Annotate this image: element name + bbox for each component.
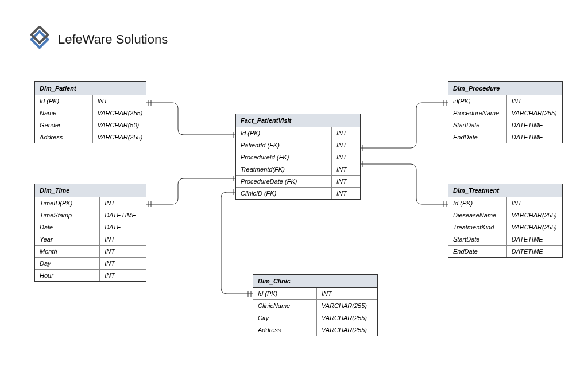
column-name: Month (35, 246, 100, 258)
column-name: TimeStamp (35, 209, 100, 221)
column-type: INT (331, 127, 360, 139)
column-type: VARCHAR(255) (506, 221, 562, 233)
column-name: TimeID(PK) (35, 197, 100, 209)
column-type: INT (331, 163, 360, 176)
column-type: VARCHAR(255) (92, 107, 147, 119)
column-name: Name (35, 107, 92, 119)
column-name: Treatmentd(FK) (236, 163, 331, 176)
table-row: NameVARCHAR(255) (35, 107, 147, 119)
table-title: Fact_PatientVisit (236, 114, 360, 127)
table-row: TimeStampDATETIME (35, 209, 146, 221)
table-dim-procedure: Dim_Procedure id(PK)INTProcedureNameVARC… (448, 81, 563, 143)
column-type: DATETIME (506, 233, 562, 246)
table-row: PatientId (FK)INT (236, 139, 360, 151)
table-title: Dim_Clinic (253, 275, 377, 288)
column-type: DATETIME (506, 246, 562, 258)
table-row: AddressVARCHAR(255) (253, 324, 377, 336)
column-name: Gender (35, 119, 92, 131)
table-row: AddressVARCHAR(255) (35, 131, 147, 143)
table-row: TimeID(PK)INT (35, 197, 146, 209)
column-type: VARCHAR(50) (92, 119, 147, 131)
table-row: Id (PK)INT (236, 127, 360, 139)
column-name: TreatmentKind (448, 221, 506, 233)
column-type: VARCHAR(255) (506, 107, 562, 119)
column-name: EndDate (448, 131, 506, 143)
table-row: EndDateDATETIME (448, 246, 562, 258)
column-type: INT (506, 95, 562, 107)
column-name: Day (35, 258, 100, 270)
column-name: StartDate (448, 233, 506, 246)
column-name: ProcedureDate (FK) (236, 176, 331, 188)
table-row: CityVARCHAR(255) (253, 312, 377, 324)
table-body: id(PK)INTProcedureNameVARCHAR(255)StartD… (448, 95, 562, 143)
table-row: Id (PK)INT (253, 288, 377, 300)
column-type: INT (100, 246, 146, 258)
table-row: Treatmentd(FK)INT (236, 163, 360, 176)
table-row: TreatmentKindVARCHAR(255) (448, 221, 562, 233)
table-body: Id (PK)INTNameVARCHAR(255)GenderVARCHAR(… (35, 95, 147, 143)
table-body: Id (PK)INTDieseaseNameVARCHAR(255)Treatm… (448, 197, 562, 257)
column-type: INT (331, 151, 360, 163)
column-type: INT (100, 197, 146, 209)
table-row: Id (PK)INT (448, 197, 562, 209)
column-type: INT (331, 188, 360, 200)
table-title: Dim_Patient (35, 82, 146, 95)
column-name: StartDate (448, 119, 506, 131)
column-name: PatientId (FK) (236, 139, 331, 151)
column-name: Date (35, 221, 100, 233)
column-type: VARCHAR(255) (317, 312, 377, 324)
table-row: StartDateDATETIME (448, 233, 562, 246)
column-name: Id (PK) (236, 127, 331, 139)
table-dim-treatment: Dim_Treatment Id (PK)INTDieseaseNameVARC… (448, 184, 563, 258)
table-row: Id (PK)INT (35, 95, 147, 107)
column-name: ClinicID (FK) (236, 188, 331, 200)
column-type: INT (331, 176, 360, 188)
column-name: Address (253, 324, 317, 336)
table-body: Id (PK)INTClinicNameVARCHAR(255)CityVARC… (253, 288, 377, 336)
table-row: ClinicID (FK)INT (236, 188, 360, 200)
table-row: HourINT (35, 270, 146, 282)
column-name: Address (35, 131, 92, 143)
table-body: Id (PK)INTPatientId (FK)INTProcedureId (… (236, 127, 360, 199)
column-type: INT (317, 288, 377, 300)
column-type: VARCHAR(255) (317, 324, 377, 336)
column-type: INT (100, 233, 146, 246)
column-type: INT (100, 258, 146, 270)
column-name: Hour (35, 270, 100, 282)
table-row: ProcedureDate (FK)INT (236, 176, 360, 188)
column-type: VARCHAR(255) (317, 300, 377, 312)
table-dim-clinic: Dim_Clinic Id (PK)INTClinicNameVARCHAR(2… (253, 274, 378, 336)
table-body: TimeID(PK)INTTimeStampDATETIMEDateDATEYe… (35, 197, 146, 281)
column-name: ClinicName (253, 300, 317, 312)
column-type: VARCHAR(255) (92, 131, 147, 143)
column-name: Id (PK) (35, 95, 92, 107)
table-row: ClinicNameVARCHAR(255) (253, 300, 377, 312)
column-name: Id (PK) (253, 288, 317, 300)
column-name: Id (PK) (448, 197, 506, 209)
column-type: INT (506, 197, 562, 209)
table-row: MonthINT (35, 246, 146, 258)
table-row: id(PK)INT (448, 95, 562, 107)
column-type: DATETIME (100, 209, 146, 221)
table-row: DayINT (35, 258, 146, 270)
column-type: DATE (100, 221, 146, 233)
column-type: VARCHAR(255) (506, 209, 562, 221)
diagram-canvas: Dim_Patient Id (PK)INTNameVARCHAR(255)Ge… (0, 0, 588, 366)
column-name: City (253, 312, 317, 324)
column-type: INT (100, 270, 146, 282)
table-row: DieseaseNameVARCHAR(255) (448, 209, 562, 221)
table-row: EndDateDATETIME (448, 131, 562, 143)
table-row: GenderVARCHAR(50) (35, 119, 147, 131)
table-title: Dim_Treatment (448, 184, 562, 197)
column-name: DieseaseName (448, 209, 506, 221)
column-name: ProcedureId (FK) (236, 151, 331, 163)
column-type: INT (331, 139, 360, 151)
table-title: Dim_Time (35, 184, 146, 197)
table-fact-patient-visit: Fact_PatientVisit Id (PK)INTPatientId (F… (235, 114, 361, 200)
table-row: StartDateDATETIME (448, 119, 562, 131)
table-title: Dim_Procedure (448, 82, 562, 95)
column-name: Year (35, 233, 100, 246)
table-dim-patient: Dim_Patient Id (PK)INTNameVARCHAR(255)Ge… (34, 81, 146, 143)
table-row: YearINT (35, 233, 146, 246)
column-name: EndDate (448, 246, 506, 258)
